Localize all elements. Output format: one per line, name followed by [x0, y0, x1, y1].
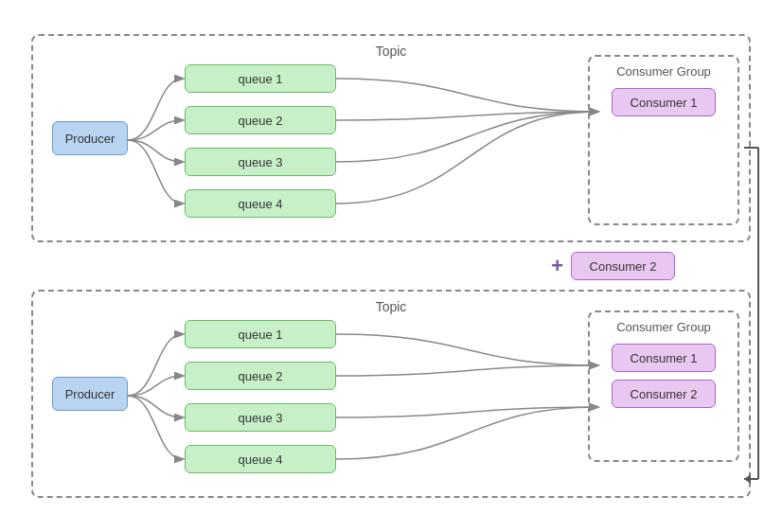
queue-bottom-3: queue 3: [185, 403, 336, 432]
producer-top: Producer: [52, 121, 128, 155]
consumer-1-top: Consumer 1: [612, 88, 716, 116]
queues-top: queue 1 queue 2 queue 3 queue 4: [185, 64, 336, 218]
consumer-2-add: Consumer 2: [571, 252, 675, 280]
queue-bottom-2: queue 2: [185, 362, 336, 390]
topic-label-bottom: Topic: [376, 299, 407, 314]
queues-bottom: queue 1 queue 2 queue 3 queue 4: [185, 320, 336, 473]
consumer-group-top: Consumer Group Consumer 1: [588, 55, 739, 225]
consumer-group-bottom: Consumer Group Consumer 1 Consumer 2: [588, 310, 739, 462]
plus-icon: +: [551, 254, 563, 278]
consumer-group-label-top: Consumer Group: [616, 64, 711, 79]
main-container: Topic: [3, 34, 779, 498]
queue-top-2: queue 2: [185, 106, 336, 134]
topic-label-top: Topic: [376, 44, 407, 59]
producer-bottom: Producer: [52, 377, 128, 411]
between-section: + Consumer 2: [31, 242, 751, 290]
queue-top-4: queue 4: [185, 189, 336, 218]
queue-bottom-1: queue 1: [185, 320, 336, 348]
queue-top-3: queue 3: [185, 148, 336, 176]
queue-bottom-4: queue 4: [185, 445, 336, 473]
consumer-2-bottom: Consumer 2: [612, 380, 716, 408]
consumer-1-bottom: Consumer 1: [612, 344, 716, 372]
plus-consumer-section: + Consumer 2: [551, 252, 675, 280]
queue-top-1: queue 1: [185, 64, 336, 93]
consumer-group-label-bottom: Consumer Group: [616, 320, 711, 334]
diagram-panel-top: Topic: [31, 34, 751, 242]
diagram-panel-bottom: Topic Producer: [31, 290, 751, 498]
